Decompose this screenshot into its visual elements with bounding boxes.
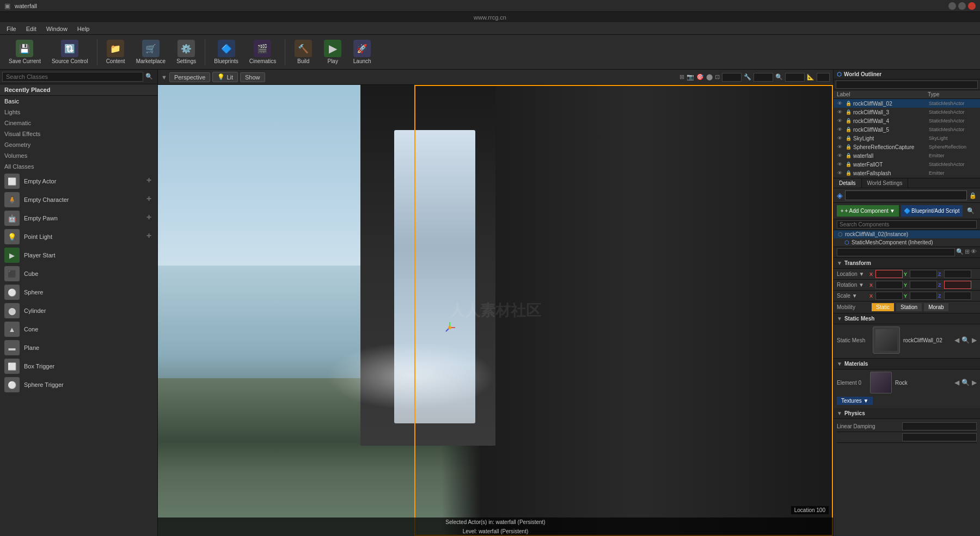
plane-label: Plane (24, 344, 153, 351)
list-item[interactable]: ▶ Player Start (0, 246, 157, 264)
component-instance[interactable]: ⬡ rockCliffWall_02(Instance) (834, 230, 980, 238)
search-details-input[interactable] (837, 248, 955, 256)
location-y-field[interactable]: 10.0 (910, 270, 937, 278)
textures-button[interactable]: Textures ▼ (837, 397, 873, 405)
outliner-type-2: StaticMeshActor (929, 118, 978, 124)
outliner-row-waterfall-splash[interactable]: 👁 🔒 waterFallsplash Emitter (834, 169, 980, 177)
list-item[interactable]: ⬜ Empty Actor ✚ (0, 172, 157, 190)
mesh-search-icon[interactable]: 🔍 (961, 336, 970, 344)
menu-help[interactable]: Help (73, 24, 94, 33)
add-component-button[interactable]: + + Add Component ▼ (837, 205, 899, 217)
transform-arrow: ▼ (837, 260, 842, 266)
launch-button[interactable]: 🚀 Launch (348, 38, 376, 66)
perspective-button[interactable]: Perspective (169, 72, 210, 82)
search-components-input[interactable] (837, 220, 977, 229)
scale-label[interactable]: Scale ▼ (837, 293, 869, 299)
actor-name-input[interactable]: rockCliffWall_02 (845, 190, 967, 200)
viewport-dropdown-icon[interactable]: ▼ (161, 74, 167, 81)
location-label[interactable]: Location ▼ (837, 271, 869, 277)
show-button[interactable]: Show (240, 72, 265, 82)
toolbar: 💾 Save Current 🔃 Source Control 📁 Conten… (0, 35, 980, 70)
outliner-row-rockCliffWall4[interactable]: 👁 🔒 rockCliffWall_4 StaticMeshActor (834, 116, 980, 125)
menu-edit[interactable]: Edit (22, 24, 41, 33)
location-z-field[interactable]: 140.0 (944, 270, 971, 278)
mat-search-icon[interactable]: 🔍 (961, 379, 970, 386)
mobility-station-button[interactable]: Station (896, 303, 922, 311)
scale-x-field[interactable]: 4.75 (875, 292, 903, 300)
zoom-input[interactable]: 4 (817, 73, 830, 82)
mobility-static-button[interactable]: Static (872, 303, 894, 311)
outliner-row-waterfall[interactable]: 👁 🔒 waterfall Emitter (834, 151, 980, 160)
list-item[interactable]: ▲ Cone (0, 320, 157, 338)
maximize-btn[interactable] (958, 2, 966, 10)
settings-button[interactable]: ⚙️ Settings (172, 38, 200, 66)
scale-input[interactable]: 0.25 (785, 73, 805, 82)
save-button[interactable]: 💾 Save Current (4, 38, 45, 66)
outliner-row-sphere-reflection[interactable]: 👁 🔒 SphereReflectionCapture SphereReflec… (834, 143, 980, 151)
list-item[interactable]: ⬛ Cube (0, 264, 157, 283)
category-geometry[interactable]: Geometry (0, 139, 157, 150)
details-search-icon[interactable]: 🔍 (965, 205, 977, 217)
menu-file[interactable]: File (2, 24, 21, 33)
lit-button[interactable]: 💡 Lit (212, 72, 238, 82)
scale-z-field[interactable]: 4.75 (944, 292, 971, 300)
list-item[interactable]: ⬜ Box Trigger (0, 357, 157, 375)
list-item[interactable]: 💡 Point Light ✚ (0, 227, 157, 246)
rotation-x-field[interactable]: 0.0° (875, 281, 903, 289)
category-visual-effects[interactable]: Visual Effects (0, 128, 157, 139)
location-x-field[interactable]: -80.0 (875, 270, 903, 278)
list-item[interactable]: 🧍 Empty Character ✚ (0, 190, 157, 209)
visibility-icon-8: 👁 (836, 169, 843, 177)
tab-world-settings[interactable]: World Settings (862, 178, 909, 188)
outliner-row-waterfall0t[interactable]: 👁 🔒 waterFallOT StaticMeshActor (834, 160, 980, 169)
mesh-prev-icon[interactable]: ◀ (954, 336, 959, 344)
outliner-row-skylight[interactable]: 👁 🔒 SkyLight SkyLight (834, 134, 980, 143)
cinematics-button[interactable]: 🎬 Cinematics (245, 38, 280, 66)
close-btn[interactable] (968, 2, 976, 10)
blueprint-script-button[interactable]: 🔷 Blueprint/Add Script (901, 205, 963, 217)
grid-size-input[interactable]: 10 (722, 73, 742, 82)
build-button[interactable]: 🔨 Build (290, 38, 317, 66)
category-cinematic[interactable]: Cinematic (0, 118, 157, 128)
linear-damping-input[interactable]: 0.01 (902, 422, 977, 430)
list-item[interactable]: ▬ Plane (0, 338, 157, 357)
category-lights[interactable]: Lights (0, 107, 157, 118)
menu-window[interactable]: Window (42, 24, 72, 33)
outliner-row-rockCliffWall5[interactable]: 👁 🔒 rockCliffWall_5 StaticMeshActor (834, 125, 980, 134)
rotation-label[interactable]: Rotation ▼ (837, 282, 869, 288)
source-control-button[interactable]: 🔃 Source Control (47, 38, 93, 66)
outliner-row-rockCliffWall02[interactable]: 👁 🔒 rockCliffWall_02 StaticMeshActor (834, 99, 980, 108)
marketplace-button[interactable]: 🛒 Marketplace (132, 38, 170, 66)
angular-damping-input[interactable]: 0.0 (902, 433, 977, 441)
search-classes-input[interactable] (2, 72, 143, 82)
static-mesh-section-header[interactable]: ▼ Static Mesh (834, 313, 980, 324)
mat-prev-icon[interactable]: ◀ (954, 379, 959, 386)
list-item[interactable]: ⬤ Cylinder (0, 301, 157, 320)
transform-section-header[interactable]: ▼ Transform (834, 258, 980, 269)
content-button[interactable]: 📁 Content (102, 38, 130, 66)
physics-section-header[interactable]: ▼ Physics (834, 408, 980, 419)
blueprints-button[interactable]: 🔷 Blueprints (210, 38, 242, 66)
minimize-btn[interactable] (948, 2, 956, 10)
toolbar-sep-1 (97, 39, 97, 65)
materials-section-header[interactable]: ▼ Materials (834, 359, 980, 369)
outliner-search-input[interactable] (836, 81, 978, 89)
category-volumes[interactable]: Volumes (0, 150, 157, 161)
list-item[interactable]: 🤖 Empty Pawn ✚ (0, 209, 157, 227)
play-button[interactable]: ▶ Play (319, 38, 346, 66)
list-item[interactable]: ⚪ Sphere (0, 283, 157, 301)
scale-y-field[interactable]: 4.75 (910, 292, 937, 300)
mobility-movable-button[interactable]: Morab (924, 303, 948, 311)
rotation-y-field[interactable]: 0.0° (910, 281, 937, 289)
mesh-next-icon[interactable]: ▶ (972, 336, 977, 344)
viewport[interactable]: Location 100 Selected Actor(s) in: water… (158, 85, 833, 536)
category-basic[interactable]: Basic (0, 96, 157, 107)
tab-details[interactable]: Details (834, 178, 862, 188)
outliner-row-rockCliffWall3[interactable]: 👁 🔒 rockCliffWall_3 StaticMeshActor (834, 108, 980, 116)
rotation-z-field[interactable]: 90.00° (944, 281, 971, 289)
component-static-mesh[interactable]: ⬡ StaticMeshComponent (Inherited) (834, 238, 980, 247)
angle-input[interactable]: 10° (754, 73, 773, 82)
category-all-classes[interactable]: All Classes (0, 161, 157, 172)
mat-next-icon[interactable]: ▶ (972, 379, 977, 386)
list-item[interactable]: ⚪ Sphere Trigger (0, 375, 157, 394)
